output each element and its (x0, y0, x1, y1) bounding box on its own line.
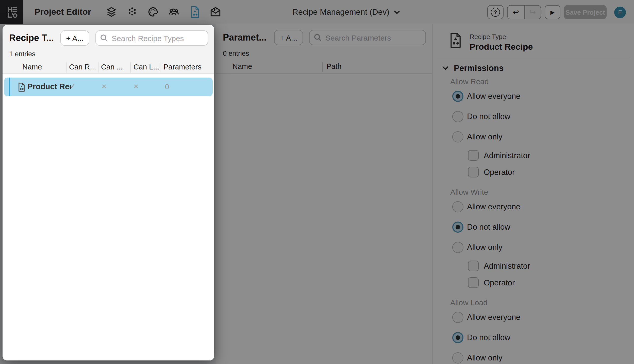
recipe-type-name-cell: Product Recipe (27, 82, 71, 91)
column-divider (98, 62, 98, 72)
column-divider (160, 62, 160, 72)
project-editor-app: Project Editor (0, 0, 634, 364)
recipe-types-panel-title: Recipe T... (9, 33, 54, 43)
parameters-count-cell: 0 (162, 82, 172, 91)
column-header-can-load: Can L... (134, 63, 159, 71)
column-header-can-write: Can ... (101, 63, 123, 71)
recipe-types-list: Product Recipe ✓ × × 0 (3, 74, 214, 360)
recipe-types-panel: Recipe T... + A... 1 entries Name Can R.… (3, 25, 214, 360)
recipe-types-entries-count: 1 entries (9, 50, 214, 58)
search-icon (100, 34, 108, 42)
recipe-types-head-block: Recipe T... + A... 1 entries Name Can R.… (3, 25, 214, 74)
recipe-types-search (95, 30, 208, 46)
recipe-type-row-selected[interactable]: Product Recipe ✓ × × 0 (4, 78, 213, 96)
column-divider (66, 62, 66, 72)
recipe-types-search-input[interactable] (95, 30, 208, 46)
can-read-check-icon: ✓ (68, 82, 77, 90)
recipe-types-panel-header: Recipe T... + A... (3, 25, 214, 46)
recipe-document-icon (18, 83, 25, 92)
can-write-cross-icon: × (99, 82, 109, 92)
column-header-parameters: Parameters (163, 63, 202, 71)
add-recipe-type-button[interactable]: + A... (60, 30, 89, 46)
column-header-can-read: Can R... (69, 63, 96, 71)
recipe-types-table-header: Name Can R... Can ... Can L... Parameter… (3, 62, 214, 74)
can-load-cross-icon: × (131, 82, 141, 92)
column-divider (130, 62, 131, 72)
column-header-name: Name (22, 63, 42, 71)
